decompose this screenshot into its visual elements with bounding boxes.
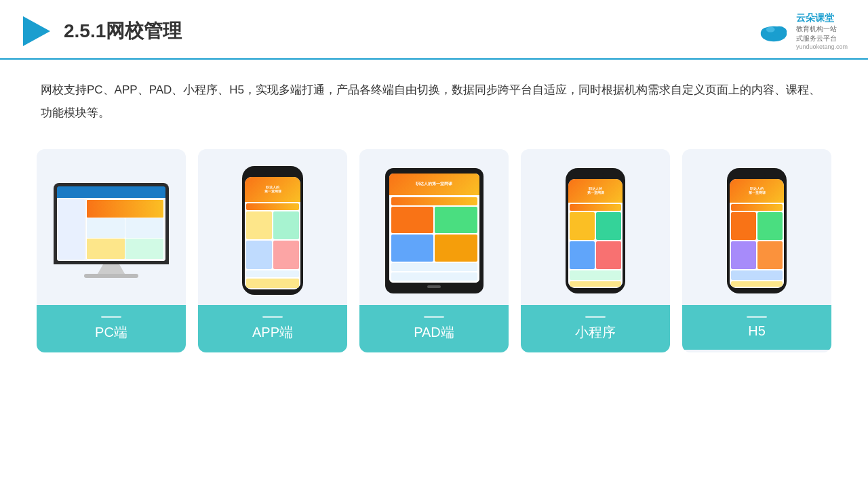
h5-device: 职达人的第一堂网课 [727,168,787,293]
card-pad: 职达人的第一堂网课 [359,149,509,352]
play-icon [20,15,53,47]
card-pc-image [37,149,186,305]
logo-area: 云朵课堂 教育机构一站 式服务云平台 yunduoketang.com [757,12,848,50]
pc-device [54,183,169,278]
card-miniapp-image: 职达人的第一堂网课 [521,149,670,305]
description-text: 网校支持PC、APP、PAD、小程序、H5，实现多端打通，产品各终端自由切换，数… [41,79,827,125]
svg-point-4 [766,27,775,33]
card-miniapp: 职达人的第一堂网课 小程序 [521,149,670,352]
card-h5-image: 职达人的第一堂网课 [682,149,831,305]
card-pc-label: PC端 [37,305,186,352]
header: 2.5.1网校管理 云朵课堂 教育机构一站 式服务云平台 yunduoketan… [0,0,868,60]
pc-monitor [54,183,169,264]
card-h5: 职达人的第一堂网课 H5 [682,149,831,352]
card-app-image: 职达人的第一堂网课 [198,149,347,305]
header-left: 2.5.1网校管理 [20,15,182,47]
pad-device: 职达人的第一堂网课 [385,168,484,293]
card-app: 职达人的第一堂网课 APP端 [198,149,347,352]
cards-container: PC端 职达人的第一堂网课 [27,149,841,352]
miniapp-device: 职达人的第一堂网课 [566,168,625,293]
card-pc: PC端 [37,149,186,352]
svg-marker-0 [23,16,50,46]
card-pad-label: PAD端 [359,305,509,352]
card-app-label: APP端 [198,305,347,352]
logo-text-block: 云朵课堂 教育机构一站 式服务云平台 yunduoketang.com [796,12,848,50]
card-h5-label: H5 [682,305,831,350]
app-device: 职达人的第一堂网课 [242,166,303,295]
card-pad-image: 职达人的第一堂网课 [359,149,509,305]
pc-screen [57,186,165,261]
page-title: 2.5.1网校管理 [64,18,182,44]
cloud-logo-icon [757,18,791,45]
card-miniapp-label: 小程序 [521,305,670,352]
